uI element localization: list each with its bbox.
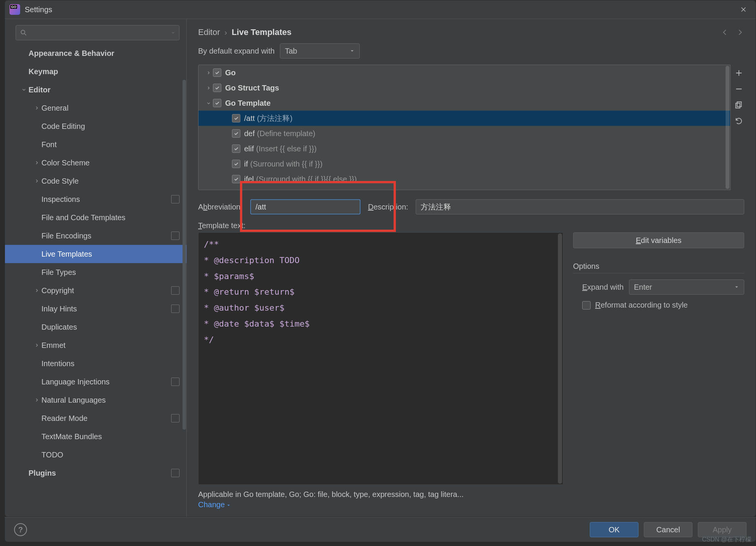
chevron-down-icon bbox=[171, 30, 175, 35]
template-label: ifel bbox=[244, 175, 254, 184]
options-title: Options bbox=[573, 262, 744, 273]
sidebar-item-label: Color Scheme bbox=[41, 159, 179, 167]
sidebar-item-code-editing[interactable]: Code Editing bbox=[5, 117, 186, 135]
template-row[interactable]: elif (Insert {{ else if }}) bbox=[199, 141, 730, 156]
sidebar-item-keymap[interactable]: Keymap bbox=[5, 62, 186, 81]
help-button[interactable]: ? bbox=[14, 523, 27, 536]
sidebar-item-editor[interactable]: Editor bbox=[5, 81, 186, 99]
template-label: Go Struct Tags bbox=[225, 84, 279, 92]
svg-point-0 bbox=[21, 30, 25, 34]
chevron-right-icon bbox=[32, 397, 41, 403]
change-context: Change bbox=[187, 500, 756, 517]
apply-button[interactable]: Apply bbox=[698, 522, 746, 537]
template-row[interactable]: Go Struct Tags bbox=[199, 80, 730, 95]
sidebar-item-label: Natural Languages bbox=[41, 396, 179, 405]
breadcrumb-sep: › bbox=[224, 28, 227, 37]
sidebar-item-file-and-code-templates[interactable]: File and Code Templates bbox=[5, 208, 186, 227]
sidebar-item-todo[interactable]: TODO bbox=[5, 446, 186, 464]
default-expand-select[interactable]: Tab bbox=[280, 43, 360, 59]
sidebar-item-general[interactable]: General bbox=[5, 99, 186, 117]
scrollbar[interactable] bbox=[726, 66, 729, 189]
sidebar-item-label: Inspections bbox=[41, 195, 169, 204]
abbreviation-input[interactable]: /att bbox=[250, 199, 361, 214]
description-input[interactable]: 方法注释 bbox=[416, 199, 744, 214]
chevron-down-icon bbox=[226, 503, 231, 508]
chevron-right-icon bbox=[32, 343, 41, 348]
close-button[interactable] bbox=[737, 3, 750, 16]
sidebar-item-label: File Types bbox=[41, 268, 179, 277]
chevron-right-icon bbox=[32, 288, 41, 293]
template-label: elif bbox=[244, 144, 254, 153]
templates-list[interactable]: GoGo Struct TagsGo Template/att (方法注释)de… bbox=[198, 65, 731, 190]
chevron-down-icon bbox=[204, 101, 213, 106]
watermark: CSDN @在下柠檬 bbox=[702, 536, 751, 544]
sidebar-item-inspections[interactable]: Inspections bbox=[5, 190, 186, 208]
template-checkbox[interactable] bbox=[232, 114, 240, 122]
settings-tree[interactable]: Appearance & BehaviorKeymapEditorGeneral… bbox=[5, 44, 186, 517]
reformat-checkbox[interactable] bbox=[582, 301, 591, 310]
scrollbar[interactable] bbox=[183, 80, 186, 430]
revert-template-button[interactable] bbox=[734, 116, 744, 126]
sidebar-item-natural-languages[interactable]: Natural Languages bbox=[5, 391, 186, 409]
sidebar-item-intentions[interactable]: Intentions bbox=[5, 354, 186, 373]
template-checkbox[interactable] bbox=[213, 84, 221, 92]
template-row[interactable]: if (Surround with {{ if }}) bbox=[199, 156, 730, 171]
template-row[interactable]: ifel (Surround with {{ if }}{{ else }}) bbox=[199, 171, 730, 187]
applicable-context: Applicable in Go template, Go; Go: file,… bbox=[187, 485, 756, 500]
window-title: Settings bbox=[25, 5, 52, 14]
search-input[interactable] bbox=[16, 25, 179, 40]
description-label: Description: bbox=[368, 203, 408, 211]
sidebar-item-font[interactable]: Font bbox=[5, 135, 186, 154]
remove-template-button[interactable] bbox=[734, 84, 744, 94]
template-checkbox[interactable] bbox=[213, 68, 221, 77]
sidebar-item-plugins[interactable]: Plugins bbox=[5, 464, 186, 482]
template-row[interactable]: Go Template bbox=[199, 95, 730, 111]
template-checkbox[interactable] bbox=[213, 99, 221, 107]
sidebar-item-file-types[interactable]: File Types bbox=[5, 263, 186, 281]
sidebar-item-duplicates[interactable]: Duplicates bbox=[5, 318, 186, 336]
template-checkbox[interactable] bbox=[232, 129, 240, 138]
template-checkbox[interactable] bbox=[232, 144, 240, 153]
sidebar-item-color-scheme[interactable]: Color Scheme bbox=[5, 154, 186, 172]
sidebar-item-appearance-behavior[interactable]: Appearance & Behavior bbox=[5, 44, 186, 62]
edit-variables-button[interactable]: Edit variables bbox=[573, 232, 744, 248]
expand-with-value: Enter bbox=[634, 283, 652, 292]
sidebar-item-inlay-hints[interactable]: Inlay Hints bbox=[5, 300, 186, 318]
settings-sidebar: Appearance & BehaviorKeymapEditorGeneral… bbox=[5, 19, 187, 517]
sidebar-item-label: Keymap bbox=[29, 67, 179, 76]
template-row[interactable]: /att (方法注释) bbox=[199, 111, 730, 126]
sidebar-item-label: Code Style bbox=[41, 177, 179, 186]
cancel-button[interactable]: Cancel bbox=[644, 522, 692, 537]
template-label: Go Template bbox=[225, 99, 271, 108]
copy-template-button[interactable] bbox=[734, 100, 744, 110]
sidebar-item-language-injections[interactable]: Language Injections bbox=[5, 373, 186, 391]
back-icon[interactable] bbox=[721, 28, 729, 37]
scrollbar[interactable] bbox=[558, 233, 562, 484]
sidebar-item-code-style[interactable]: Code Style bbox=[5, 172, 186, 190]
add-template-button[interactable] bbox=[734, 68, 744, 78]
forward-icon[interactable] bbox=[736, 28, 744, 37]
sidebar-item-emmet[interactable]: Emmet bbox=[5, 336, 186, 354]
close-icon bbox=[740, 6, 747, 13]
content-pane: Editor › Live Templates By default expan… bbox=[187, 19, 756, 517]
project-badge-icon bbox=[171, 469, 179, 477]
sidebar-item-live-templates[interactable]: Live Templates bbox=[5, 245, 186, 263]
sidebar-item-reader-mode[interactable]: Reader Mode bbox=[5, 409, 186, 427]
template-row[interactable]: Go bbox=[199, 65, 730, 80]
project-badge-icon bbox=[171, 414, 179, 422]
svg-rect-2 bbox=[736, 103, 740, 108]
sidebar-item-label: Inlay Hints bbox=[41, 305, 169, 313]
ok-button[interactable]: OK bbox=[590, 522, 638, 537]
breadcrumb-root[interactable]: Editor bbox=[198, 27, 220, 37]
template-text-editor[interactable]: /** * @description TODO * $params$ * @re… bbox=[198, 232, 563, 485]
template-checkbox[interactable] bbox=[232, 175, 240, 183]
sidebar-item-file-encodings[interactable]: File Encodings bbox=[5, 227, 186, 245]
template-row[interactable]: def (Define template) bbox=[199, 126, 730, 141]
sidebar-item-textmate-bundles[interactable]: TextMate Bundles bbox=[5, 427, 186, 446]
sidebar-item-copyright[interactable]: Copyright bbox=[5, 281, 186, 300]
chevron-right-icon bbox=[32, 178, 41, 184]
change-link[interactable]: Change bbox=[198, 500, 231, 509]
project-badge-icon bbox=[171, 305, 179, 313]
expand-with-select[interactable]: Enter bbox=[629, 279, 744, 295]
template-checkbox[interactable] bbox=[232, 160, 240, 168]
